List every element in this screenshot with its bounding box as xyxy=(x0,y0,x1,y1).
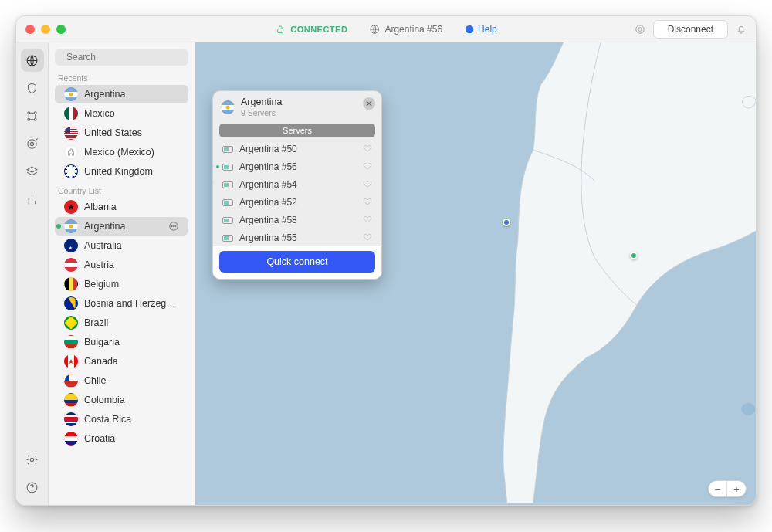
countries-item-austria[interactable]: Austria xyxy=(55,256,188,274)
svg-point-18 xyxy=(171,225,172,226)
nav-stats[interactable] xyxy=(21,188,44,211)
connection-status-text: CONNECTED xyxy=(290,25,347,34)
nav-help[interactable] xyxy=(21,476,44,499)
popover-title: Argentina xyxy=(241,97,283,108)
recents-item-united-states[interactable]: United States xyxy=(55,124,188,142)
server-popover: Argentina 9 Servers Servers Argentina #5… xyxy=(212,90,382,280)
zoom-in-button[interactable]: + xyxy=(727,481,746,496)
popover-tab-servers[interactable]: Servers xyxy=(219,124,375,137)
nav-globe[interactable] xyxy=(21,49,44,72)
favorite-icon[interactable] xyxy=(363,161,372,173)
nav-mesh[interactable] xyxy=(21,104,44,127)
search-field[interactable] xyxy=(55,49,188,66)
titlebar-center: CONNECTED Argentina #56 ? Help xyxy=(275,24,497,35)
row-label: Colombia xyxy=(84,395,125,405)
favorite-icon[interactable] xyxy=(363,197,372,208)
popover-server-list: Argentina #50Argentina #56Argentina #54A… xyxy=(213,141,381,246)
countries-item-croatia[interactable]: Croatia xyxy=(55,429,188,448)
countries-item-albania[interactable]: Albania xyxy=(55,198,188,216)
row-label: Austria xyxy=(84,259,114,270)
recents-item-united-kingdom[interactable]: United Kingdom xyxy=(55,162,188,181)
row-label: Belgium xyxy=(84,279,119,290)
sidebar-scroll[interactable]: Recents ArgentinaMexicoUnited StatesMexi… xyxy=(49,69,195,505)
help-icon: ? xyxy=(464,24,475,35)
svg-point-19 xyxy=(173,225,174,226)
flag-icon xyxy=(64,296,78,310)
svg-point-11 xyxy=(28,139,36,147)
svg-point-15 xyxy=(32,490,32,490)
svg-point-12 xyxy=(30,142,33,145)
flag-icon xyxy=(64,145,78,159)
row-label: Mexico xyxy=(84,108,115,119)
svg-point-16 xyxy=(61,57,62,58)
svg-point-9 xyxy=(28,118,30,120)
flag-icon xyxy=(64,432,78,446)
server-name: Argentina #54 xyxy=(239,179,297,190)
countries-item-bulgaria[interactable]: Bulgaria xyxy=(55,333,188,351)
alert-icon[interactable] xyxy=(635,24,645,35)
server-row[interactable]: Argentina #56 xyxy=(213,158,381,176)
current-server[interactable]: Argentina #56 xyxy=(369,24,442,35)
nav-settings[interactable] xyxy=(21,448,44,471)
server-name: Argentina #58 xyxy=(239,215,297,225)
zoom-out-button[interactable]: − xyxy=(709,481,727,496)
minimize-window-button[interactable] xyxy=(41,25,50,34)
map-pin-buenosaires[interactable] xyxy=(630,252,638,259)
server-row[interactable]: Argentina #52 xyxy=(213,194,381,212)
row-label: United Kingdom xyxy=(84,166,153,177)
favorite-icon[interactable] xyxy=(363,215,372,226)
flag-icon xyxy=(64,258,78,272)
server-name: Argentina #56 xyxy=(239,161,297,172)
svg-point-10 xyxy=(34,118,36,120)
server-row[interactable]: Argentina #54 xyxy=(213,176,381,194)
svg-rect-0 xyxy=(278,29,283,32)
notifications-icon[interactable] xyxy=(736,24,747,35)
flag-icon xyxy=(64,200,78,214)
recents-item-mexico-mexico-[interactable]: Mexico (Mexico) xyxy=(55,143,188,161)
help-link[interactable]: ? Help xyxy=(464,24,497,35)
flag-icon xyxy=(64,374,78,388)
nav-shield[interactable] xyxy=(21,76,44,100)
recents-item-mexico[interactable]: Mexico xyxy=(55,104,188,123)
search-input[interactable] xyxy=(66,52,182,63)
nav-layers[interactable] xyxy=(21,160,44,183)
disconnect-button[interactable]: Disconnect xyxy=(653,20,728,39)
flag-icon xyxy=(64,277,78,291)
recents-item-argentina[interactable]: Argentina xyxy=(55,85,188,103)
more-icon[interactable] xyxy=(168,221,179,232)
countries-item-bosnia-and-herzeg-[interactable]: Bosnia and Herzeg… xyxy=(55,294,188,313)
countries-item-belgium[interactable]: Belgium xyxy=(55,275,188,293)
flag-icon xyxy=(64,354,78,368)
row-label: United States xyxy=(84,127,142,138)
server-row[interactable]: Argentina #50 xyxy=(213,141,381,158)
server-row[interactable]: Argentina #58 xyxy=(213,212,381,229)
close-window-button[interactable] xyxy=(25,25,35,34)
server-row[interactable]: Argentina #55 xyxy=(213,229,381,246)
map-pin-santiago[interactable] xyxy=(503,219,510,226)
row-label: Argentina xyxy=(84,221,126,232)
flag-icon xyxy=(64,164,78,178)
countries-item-chile[interactable]: Chile xyxy=(55,371,188,390)
nav-target[interactable] xyxy=(21,132,44,155)
countries-item-colombia[interactable]: Colombia xyxy=(55,391,188,409)
sidebar: Recents ArgentinaMexicoUnited StatesMexi… xyxy=(49,42,195,505)
flag-icon xyxy=(64,126,78,140)
section-recents: Recents xyxy=(49,69,195,84)
popover-close-button[interactable] xyxy=(363,97,375,110)
favorite-icon[interactable] xyxy=(363,232,372,244)
svg-point-5 xyxy=(638,27,642,31)
search-icon xyxy=(61,53,62,63)
countries-item-brazil[interactable]: Brazil xyxy=(55,313,188,332)
favorite-icon[interactable] xyxy=(363,179,372,191)
quick-connect-button[interactable]: Quick connect xyxy=(219,251,375,273)
favorite-icon[interactable] xyxy=(363,144,372,155)
countries-item-australia[interactable]: Australia xyxy=(55,236,188,255)
countries-item-canada[interactable]: Canada xyxy=(55,352,188,371)
lock-icon xyxy=(275,24,286,35)
maximize-window-button[interactable] xyxy=(56,25,66,34)
titlebar: CONNECTED Argentina #56 ? Help Disconnec… xyxy=(16,16,756,42)
countries-item-argentina[interactable]: Argentina xyxy=(55,217,188,236)
row-label: Bulgaria xyxy=(84,337,120,347)
countries-item-costa-rica[interactable]: Costa Rica xyxy=(55,410,188,429)
load-icon xyxy=(222,235,233,242)
